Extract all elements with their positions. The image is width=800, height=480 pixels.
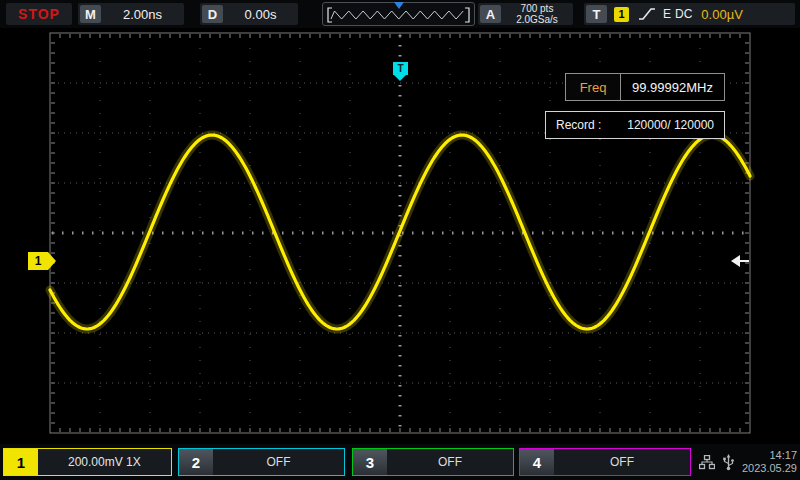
- acquire-info: 700 pts 2.0GSa/s: [501, 3, 573, 25]
- trigger-coupling: DC: [675, 7, 692, 21]
- rising-edge-icon: [638, 7, 656, 21]
- timebase-panel[interactable]: M 2.00ns: [78, 3, 184, 25]
- usb-icon: [722, 454, 735, 471]
- frequency-label: Freq: [566, 74, 621, 100]
- channel1-badge: 1: [4, 449, 38, 475]
- run-state-label: STOP: [18, 6, 60, 22]
- date-value: 2023.05.29: [742, 462, 797, 475]
- bottom-channel-bar: 1 200.00mV 1X 2 OFF 3 OFF 4 OFF: [0, 444, 800, 480]
- channel2-panel[interactable]: 2 OFF: [178, 448, 345, 476]
- trigger-level-value: 0.00µV: [701, 7, 742, 22]
- channel4-state: OFF: [554, 455, 690, 469]
- frequency-value: 99.99992MHz: [621, 74, 724, 100]
- channel2-badge: 2: [179, 449, 213, 475]
- status-area: 14:17 2023.05.29: [699, 448, 797, 476]
- channel3-state: OFF: [387, 455, 513, 469]
- timebase-value: 2.00ns: [101, 7, 184, 22]
- top-status-bar: STOP M 2.00ns D 0.00s A 700 pts 2.0GSa/s…: [0, 0, 800, 28]
- channel2-state: OFF: [213, 455, 344, 469]
- waveform-display-area: 1 T Freq 99.99992MHz Record : 120000/ 12…: [0, 28, 800, 444]
- trigger-level-arrow-icon[interactable]: [731, 255, 740, 267]
- trigger-badge: T: [586, 5, 607, 23]
- channel3-panel[interactable]: 3 OFF: [352, 448, 514, 476]
- record-value: 120000/ 120000: [627, 118, 714, 132]
- trigger-panel[interactable]: T 1 E DC 0.00µV: [584, 3, 795, 25]
- channel4-panel[interactable]: 4 OFF: [519, 448, 691, 476]
- time-value: 14:17: [742, 449, 797, 462]
- acquire-panel[interactable]: A 700 pts 2.0GSa/s: [478, 3, 573, 25]
- record-label: Record :: [556, 118, 601, 132]
- channel3-badge: 3: [353, 449, 387, 475]
- acquire-badge: A: [480, 5, 501, 23]
- channel1-position-marker[interactable]: 1: [28, 252, 48, 270]
- delay-value: 0.00s: [223, 7, 298, 22]
- preview-trigger-position-icon[interactable]: [394, 2, 404, 9]
- delay-panel[interactable]: D 0.00s: [200, 3, 298, 25]
- trigger-type: E: [663, 7, 671, 21]
- run-stop-indicator[interactable]: STOP: [6, 3, 72, 25]
- record-readout: Record : 120000/ 120000: [545, 111, 725, 139]
- trigger-source-channel: 1: [614, 7, 629, 22]
- channel1-settings: 200.00mV 1X: [47, 455, 171, 469]
- clock: 14:17 2023.05.29: [742, 449, 797, 475]
- frequency-readout: Freq 99.99992MHz: [565, 73, 725, 101]
- trigger-position-marker[interactable]: T: [393, 62, 408, 75]
- channel1-panel[interactable]: 1 200.00mV 1X: [3, 448, 172, 476]
- acquire-samplerate: 2.0GSa/s: [516, 14, 558, 25]
- lan-icon: [699, 455, 715, 470]
- timebase-badge: M: [80, 5, 101, 23]
- channel4-badge: 4: [520, 449, 554, 475]
- channel1-scale: 200.00mV 1X: [68, 455, 141, 469]
- delay-badge: D: [202, 5, 223, 23]
- acquire-points: 700 pts: [521, 3, 554, 14]
